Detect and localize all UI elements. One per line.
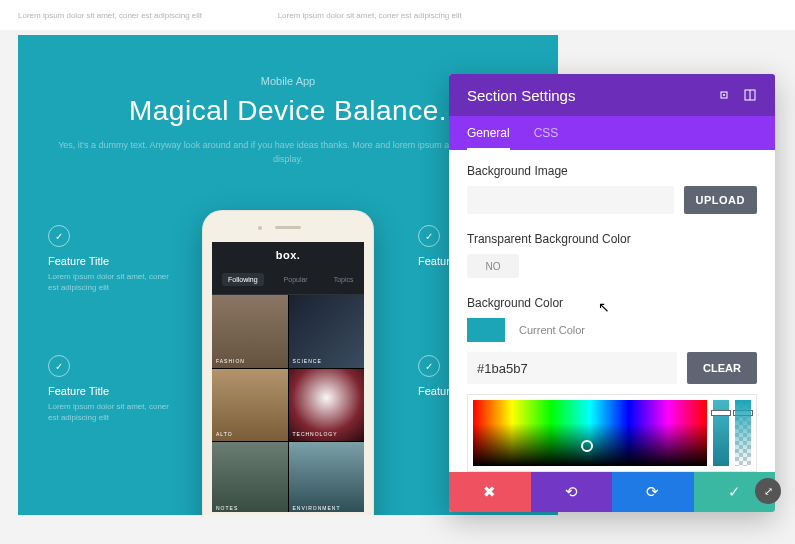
panel-title: Section Settings: [467, 87, 575, 104]
phone-tile: ENVIRONMENT: [289, 442, 365, 512]
cancel-button[interactable]: ✖: [449, 472, 531, 512]
transparent-label: Transparent Background Color: [467, 232, 757, 246]
hue-slider[interactable]: [713, 400, 729, 466]
check-icon: ✓: [48, 355, 70, 377]
undo-button[interactable]: ⟲: [531, 472, 613, 512]
panel-header[interactable]: Section Settings: [449, 74, 775, 116]
panel-footer: ✖ ⟲ ⟳ ✓: [449, 472, 775, 512]
feature-block: ✓ Feature Title Lorem ipsum dolor sit am…: [48, 225, 178, 293]
transparent-toggle[interactable]: NO: [467, 254, 519, 278]
check-icon: ✓: [418, 225, 440, 247]
focus-icon[interactable]: [717, 88, 731, 102]
spectrum-area[interactable]: [473, 400, 707, 466]
svg-point-1: [723, 94, 725, 96]
check-icon: ✓: [48, 225, 70, 247]
feature-block: ✓ Feature Title Lorem ipsum dolor sit am…: [48, 355, 178, 423]
feature-copy: Lorem ipsum dolor sit amet, coner est ad…: [48, 401, 178, 423]
close-icon: ✖: [483, 483, 496, 501]
top-lorem-row: Lorem ipsum dolor sit amet, coner est ad…: [0, 0, 795, 30]
alpha-slider[interactable]: [735, 400, 751, 466]
phone-tabs: Following Popular Topics: [212, 268, 364, 295]
undo-icon: ⟲: [565, 483, 578, 501]
phone-mockup: box. Following Popular Topics FASHION SC…: [202, 210, 374, 515]
feature-copy: Lorem ipsum dolor sit amet, coner est ad…: [48, 271, 178, 293]
phone-tile: ALTO: [212, 369, 288, 442]
clear-button[interactable]: CLEAR: [687, 352, 757, 384]
picker-handle-icon[interactable]: [581, 440, 593, 452]
color-swatch[interactable]: [467, 318, 505, 342]
hex-input[interactable]: [467, 352, 677, 384]
section-settings-panel: Section Settings General CSS Background …: [449, 74, 775, 512]
bg-color-label: Background Color: [467, 296, 757, 310]
phone-tile: FASHION: [212, 295, 288, 368]
check-icon: ✓: [728, 483, 741, 501]
color-picker[interactable]: [467, 394, 757, 472]
phone-tile: NOTES: [212, 442, 288, 512]
feature-title: Feature Title: [48, 255, 178, 267]
expand-button[interactable]: ⤢: [755, 478, 781, 504]
top-item: Lorem ipsum dolor sit amet, coner est ad…: [278, 11, 518, 20]
bg-image-label: Background Image: [467, 164, 757, 178]
phone-tab: Popular: [278, 273, 314, 286]
feature-title: Feature Title: [48, 385, 178, 397]
phone-tab: Topics: [328, 273, 360, 286]
top-item: Lorem ipsum dolor sit amet, coner est ad…: [18, 11, 258, 20]
redo-icon: ⟳: [646, 483, 659, 501]
columns-icon[interactable]: [743, 88, 757, 102]
tab-general[interactable]: General: [467, 116, 510, 150]
check-icon: ✓: [418, 355, 440, 377]
phone-tile: TECHNOLOGY: [289, 369, 365, 442]
phone-brand: box.: [212, 242, 364, 268]
phone-tab: Following: [222, 273, 264, 286]
bg-image-input[interactable]: [467, 186, 674, 214]
tab-css[interactable]: CSS: [534, 116, 559, 150]
panel-tabs: General CSS: [449, 116, 775, 150]
current-color-label: Current Color: [519, 324, 585, 336]
redo-button[interactable]: ⟳: [612, 472, 694, 512]
expand-icon: ⤢: [764, 485, 773, 498]
upload-button[interactable]: UPLOAD: [684, 186, 757, 214]
phone-tile: SCIENCE: [289, 295, 365, 368]
